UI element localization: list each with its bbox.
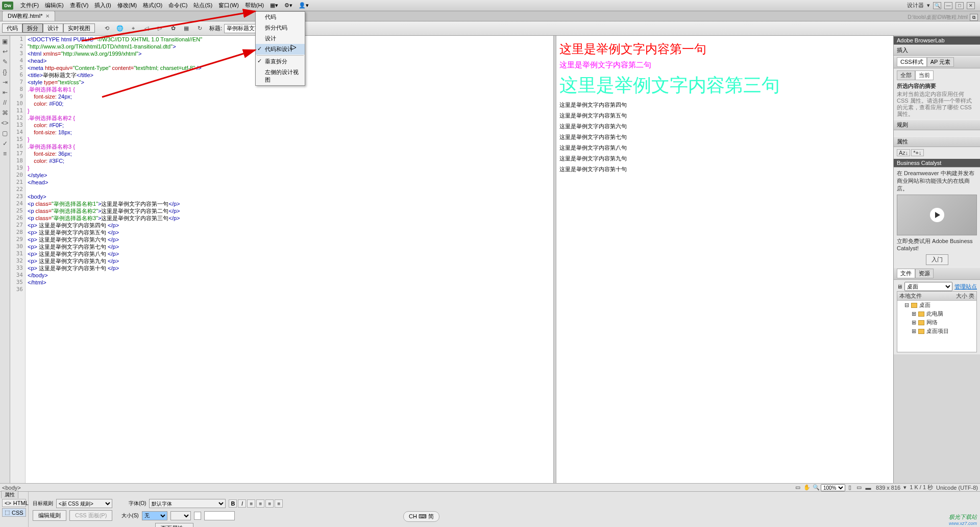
page-properties-button[interactable]: 页面属性... xyxy=(155,523,193,527)
layout-menu-item[interactable]: 拆分代码 xyxy=(256,22,305,33)
business-catalyst-header[interactable]: Business Catalyst xyxy=(894,158,980,167)
browserlab-panel-header[interactable]: Adobe BrowserLab xyxy=(894,36,980,45)
snippet-icon[interactable]: ⌘ xyxy=(2,109,9,116)
color-swatch[interactable] xyxy=(194,512,201,520)
gear-icon[interactable]: ⚙▾ xyxy=(281,1,296,10)
highlight-icon[interactable]: ✎ xyxy=(2,58,9,65)
zoom-icon[interactable]: 🔍 xyxy=(812,484,821,491)
code-editor[interactable]: <!DOCTYPE html PUBLIC "-//W3C//DTD XHTML… xyxy=(26,36,553,483)
design-paragraph[interactable]: 这里是举例文字内容第七句 xyxy=(559,133,890,141)
size-select[interactable]: 无 xyxy=(142,511,167,520)
az-sort-icon[interactable]: Az↓ xyxy=(897,149,910,156)
design-view[interactable]: 这里是举例文字内容第一句这里是举例文字内容第二句这里是举例文字内容第三句这里是举… xyxy=(556,36,893,483)
live-code-icon[interactable]: ⟲ xyxy=(101,23,112,34)
globe-icon[interactable]: 🌐 xyxy=(114,23,126,34)
css-rules-header[interactable]: 规则 xyxy=(894,119,980,130)
indent-icon[interactable]: ⇥ xyxy=(2,79,9,86)
insert-panel-header[interactable]: 插入 xyxy=(894,45,980,56)
inspect-icon[interactable]: ⌖ xyxy=(128,23,139,34)
ime-indicator[interactable]: CH ⌨ 简 xyxy=(403,511,439,522)
bc-start-button[interactable]: 入门 xyxy=(926,254,948,265)
tablet-icon[interactable]: ▭ xyxy=(854,484,864,491)
filetree-row[interactable]: ⊞网络 xyxy=(897,318,976,327)
collapse-icon[interactable]: ▣ xyxy=(2,38,9,45)
filetree-row[interactable]: ⊞桌面项目 xyxy=(897,327,976,336)
layout-menu-item[interactable]: ✓代码和设计 xyxy=(256,44,305,55)
layout-menu-item[interactable]: 左侧的设计视图 xyxy=(256,67,305,85)
design-paragraph[interactable]: 这里是举例文字内容第八句 xyxy=(559,144,890,152)
hand-icon[interactable]: ✋ xyxy=(802,484,812,491)
close-icon[interactable]: ✕ xyxy=(45,13,50,19)
design-paragraph[interactable]: 这里是举例文字内容第三句 xyxy=(559,73,890,98)
view-live-button[interactable]: 实时视图 xyxy=(63,23,95,33)
refresh-icon[interactable]: ↻ xyxy=(194,23,205,34)
css-panel-button[interactable]: CSS 面板(P) xyxy=(69,510,112,521)
target-rule-select[interactable]: <新 CSS 规则> xyxy=(56,499,112,508)
design-paragraph[interactable]: 这里是举例文字内容第九句 xyxy=(559,155,890,162)
nav-fwd-icon[interactable]: ▷ xyxy=(154,23,165,34)
design-paragraph[interactable]: 这里是举例文字内容第六句 xyxy=(559,123,890,130)
menu-item[interactable]: 编辑(E) xyxy=(42,1,67,10)
maximize-button[interactable]: □ xyxy=(955,2,964,9)
tab-css-styles[interactable]: CSS样式 xyxy=(897,57,927,67)
validate-icon[interactable]: ✓ xyxy=(2,140,9,147)
outdent-icon[interactable]: ⇤ xyxy=(2,89,9,96)
wrap-icon[interactable]: ↩ xyxy=(2,48,9,55)
phone-icon[interactable]: ▯ xyxy=(845,484,854,491)
layout-menu-item[interactable]: ✓垂直拆分 xyxy=(256,56,305,67)
tab-assets[interactable]: 资源 xyxy=(915,269,934,278)
italic-button[interactable]: I xyxy=(238,499,246,508)
desktop-icon[interactable]: ▬ xyxy=(864,484,873,491)
props-css-button[interactable]: ⬚CSS xyxy=(2,508,26,517)
comment-icon[interactable]: // xyxy=(2,99,9,106)
color-input[interactable] xyxy=(204,511,235,520)
layout-menu-item[interactable]: 代码 xyxy=(256,12,305,22)
site-select[interactable]: 桌面 xyxy=(904,282,952,291)
file-tree[interactable]: 本地文件大小 类 ⊟桌面⊞此电脑⊞网络⊞桌面项目 xyxy=(897,291,977,352)
menu-item[interactable]: 窗口(W) xyxy=(215,1,242,10)
menu-item[interactable]: 帮助(H) xyxy=(242,1,267,10)
zoom-select[interactable]: 100% xyxy=(821,484,845,491)
menu-item[interactable]: 命令(C) xyxy=(165,1,190,10)
tab-files[interactable]: 文件 xyxy=(897,269,915,278)
close-button[interactable]: ✕ xyxy=(967,2,975,9)
align-justify-button[interactable]: ≡ xyxy=(275,499,283,508)
format-icon[interactable]: ≡ xyxy=(2,150,9,157)
css-all-button[interactable]: 全部 xyxy=(897,70,915,80)
filetree-row[interactable]: ⊟桌面 xyxy=(897,301,976,309)
align-right-button[interactable]: ≡ xyxy=(265,499,274,508)
category-icon[interactable]: *+↓ xyxy=(911,149,923,156)
design-paragraph[interactable]: 这里是举例文字内容第十句 xyxy=(559,165,890,173)
manage-sites-link[interactable]: 管理站点 xyxy=(954,283,977,291)
design-paragraph[interactable]: 这里是举例文字内容第五句 xyxy=(559,112,890,119)
design-paragraph[interactable]: 这里是举例文字内容第一句 xyxy=(559,41,890,57)
document-tab[interactable]: DW教程.html* ✕ xyxy=(2,11,55,21)
font-select[interactable]: 默认字体 xyxy=(149,499,226,508)
menu-item[interactable]: 查看(V) xyxy=(67,1,92,10)
nav-back-icon[interactable]: ◁ xyxy=(141,23,152,34)
minimize-button[interactable]: — xyxy=(944,2,952,9)
menu-item[interactable]: 站点(S) xyxy=(190,1,215,10)
check-icon[interactable]: ▦ xyxy=(181,23,192,34)
menu-item[interactable]: 修改(M) xyxy=(114,1,140,10)
tag-selector[interactable]: <body> xyxy=(2,485,21,491)
workspace-label[interactable]: 设计器 xyxy=(907,2,924,9)
size-unit-select[interactable] xyxy=(170,511,191,520)
view-design-button[interactable]: 设计 xyxy=(43,23,63,33)
user-icon[interactable]: 👤▾ xyxy=(296,1,312,10)
search-icon[interactable]: 🔍 xyxy=(933,2,941,9)
props-html-button[interactable]: <>HTML xyxy=(2,499,26,507)
menu-item[interactable]: 格式(O) xyxy=(140,1,165,10)
tag-icon[interactable]: <> xyxy=(2,119,9,127)
align-left-button[interactable]: ≡ xyxy=(247,499,255,508)
css-props-header[interactable]: 属性 xyxy=(894,136,980,147)
menu-item[interactable]: 文件(F) xyxy=(17,1,42,10)
design-paragraph[interactable]: 这里是举例文字内容第四句 xyxy=(559,101,890,109)
view-code-button[interactable]: 代码 xyxy=(2,23,22,33)
layout-dropdown-icon[interactable]: ▦▾ xyxy=(267,1,281,10)
balance-icon[interactable]: {} xyxy=(2,68,9,76)
properties-header[interactable]: 属性 xyxy=(1,491,18,498)
play-icon[interactable] xyxy=(930,208,944,222)
view-split-button[interactable]: 拆分 xyxy=(22,23,43,33)
pointer-icon[interactable]: ▭ xyxy=(793,484,802,491)
